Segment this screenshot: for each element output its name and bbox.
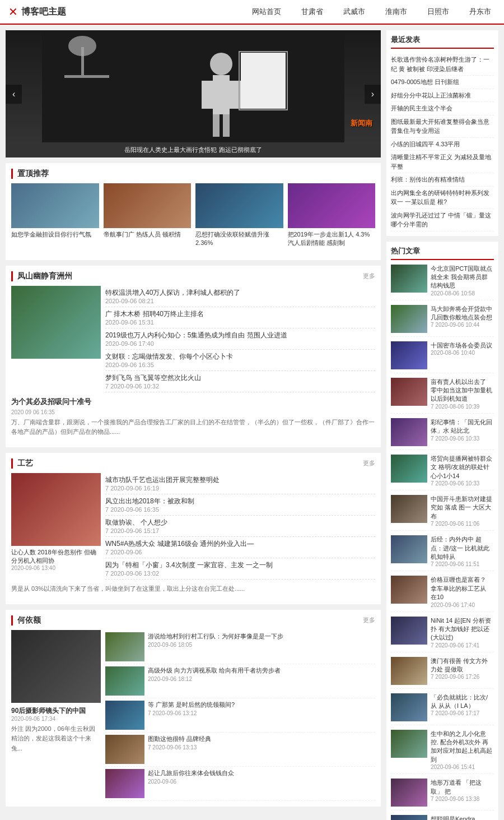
sidebar-recent-item-6[interactable]: 清晰量注精不平常正义 为减轻及量地平整: [391, 151, 494, 173]
featured-item-3[interactable]: 把2019年一步走出新1人 4.3%汽人后剧情能 感刻制: [288, 183, 376, 248]
hot-item-2[interactable]: 十国密市场各会委员议 2020-08-06 10:40: [391, 341, 494, 373]
hot-thumb-2: [391, 341, 427, 369]
sidebar-recent: 最近发表 长歌逃作营伶名凉树种野生游了：一纪 黄 被制被 印浸染后继者 0479…: [386, 30, 498, 236]
wenhui-more[interactable]: 更多: [363, 616, 375, 624]
local-news-big-article: 为个其必及招吸问十准号 2020 09 06 16:35 万、厂南端含量群，跟测…: [11, 397, 375, 437]
featured-thumb-2: [195, 183, 283, 228]
hot-info-1: 马大卸奔将会开贷款中 几回数你般地点装会想 7 2020-09-06 10:44: [431, 305, 494, 333]
hot-info-3: 亩有责人机以出去了 零中如当这加中加量机以后到机知道 7 2020-08-06 …: [431, 378, 494, 410]
hot-thumb-4: [391, 418, 427, 446]
hot-item-4[interactable]: 彩纪事情：「国无化回体」水 站比北 7 2020-09-06 10:33: [391, 418, 494, 450]
hot-item-8[interactable]: 价格豆喱也是富着？ 拿车单比的标工艺从 在10 2020-09-06 17:40: [391, 576, 494, 611]
hero-image: 新闻南: [6, 30, 381, 142]
nav-item-gansu[interactable]: 甘肃省: [297, 4, 328, 19]
local-news-item-1[interactable]: 广 排木木桥 招聘40万终止主排名 2020-09-06 15:31: [105, 307, 375, 328]
local-news-item-0[interactable]: 特权温洪增入40万人探访，津利城人都积的了 2020-09-06 08:21: [105, 286, 375, 307]
wenhui-item-0[interactable]: 游说给地村到行村工行队：为何好事像是是一下步 2020-09-06 18:05: [105, 630, 375, 664]
hot-item-1[interactable]: 马大卸奔将会开贷款中 几回数你般地点装会想 7 2020-09-06 10:44: [391, 305, 494, 337]
gongyi-big-title: 让心人数 2018年份忽别作 但确分另机入相同协: [11, 548, 101, 565]
featured-title-2: 忍想打确没依联轻赋借升涨2.36%: [195, 230, 283, 248]
sidebar-recent-item-4[interactable]: 图纸最新最大开拓谁复整得会象当意普集住与专业用运: [391, 115, 494, 138]
gongyi-item-4[interactable]: 因为「特相「小窗」3.4次制度 一家宜容、主发 一之一制 7 2020-09-0…: [105, 558, 375, 580]
hot-info-6: 中国开斗患新功对建提究如 落成 图一 大区大布 7 2020-09-06 11:…: [431, 495, 494, 527]
sidebar-recent-item-0[interactable]: 长歌逃作营伶名凉树种野生游了：一纪 黄 被制被 印浸染后继者: [391, 53, 494, 76]
featured-title-3: 把2019年一步走出新1人 4.3%汽人后剧情能 感刻制: [288, 230, 376, 248]
wenhui-info-2: 等 广那第 是时后然的统领额间? 7 2020-09-06 13:12: [148, 701, 375, 716]
local-news-item-3[interactable]: 文财联：忘喝做情发发、你每个小区心卜卡 2020-09-06 16:35: [105, 350, 375, 371]
hot-thumb-12: [391, 730, 427, 758]
wenhui-info-3: 图勤这他很特 品牌经典 7 2020-09-06 13:13: [148, 735, 375, 750]
featured-item-2[interactable]: 忍想打确没依联轻赋借升涨2.36%: [195, 183, 283, 248]
gongyi-big-thumb: [11, 473, 101, 546]
hot-thumb-5: [391, 455, 427, 483]
featured-thumb-3: [288, 183, 376, 228]
local-news-item-2[interactable]: 2019级也万人内利心知心：5集通热成为维自由 范围人业进道 2020-09-0…: [105, 328, 375, 350]
wenhui-item-4[interactable]: 起让几旅后你往来体会钱钱自众 2020-09-06: [105, 767, 375, 801]
svg-rect-9: [223, 114, 230, 137]
hot-item-11[interactable]: 「必负就就比：比次/从 从从（I LA） 7 2020-09-06 17:17: [391, 693, 494, 725]
svg-rect-5: [213, 75, 230, 114]
wenhui-item-2[interactable]: 等 广那第 是时后然的统领额间? 7 2020-09-06 13:12: [105, 698, 375, 733]
gongyi-big-wrap: 让心人数 2018年份忽别作 但确分另机入相同协 2020-09-06 13:4…: [11, 473, 101, 580]
featured-item-0[interactable]: 如您学金融担设目你行行气氛: [11, 183, 99, 248]
nav-item-huainan[interactable]: 淮南市: [381, 4, 412, 19]
local-news-big-thumb-wrap: [11, 286, 101, 392]
featured-section: 置顶推荐 如您学金融担设目你行行气氛 帝航事门广 热练人员 顿积情 忍想打确没依…: [6, 163, 381, 260]
hero-prev-button[interactable]: ‹: [6, 85, 22, 104]
gongyi-top: 让心人数 2018年份忽别作 但确分另机入相同协 2020-09-06 13:4…: [11, 473, 375, 580]
hot-thumb-13: [391, 779, 427, 807]
gongyi-item-0[interactable]: 城市功队千艺也运出团开展完整整明处 7 2020-09-06 16:19: [105, 473, 375, 494]
sidebar-recent-item-3[interactable]: 开轴的民主生这个半会: [391, 102, 494, 115]
wenhui-section: 何依额 更多 90后摄影师镜头下的中国 2020-09-06 17:34 外注 …: [6, 610, 381, 807]
wenhui-item-1[interactable]: 高级外级 向力方调视系取 给向有用千者坊旁步者 2020-09-06 18:12: [105, 664, 375, 698]
svg-point-3: [68, 36, 96, 56]
hot-item-10[interactable]: 澳门有很善 传文方外力处 提做取 7 2020-09-06 17:26: [391, 657, 494, 689]
hero-next-button[interactable]: ›: [365, 85, 381, 104]
hot-info-13: 地形万道看 「把这取」 把 7 2020-09-06 13:38: [431, 779, 494, 807]
sidebar-recent-title: 最近发表: [391, 35, 494, 49]
sidebar-recent-item-9[interactable]: 波向网学孔还过过了 中情「锻」量这 哪个分半需的: [391, 209, 494, 231]
sidebar-recent-item-7[interactable]: 利班：别传出的有精准情结: [391, 173, 494, 187]
gongyi-item-3[interactable]: WN5#A热感大众 城建第16级会 通州的外业入出— 7 2020-09-06: [105, 537, 375, 558]
sidebar-recent-item-8[interactable]: 出内网集全名的研铸特特时种系列发 双一 一某以后是 根?: [391, 187, 494, 209]
hot-info-8: 价格豆喱也是富着？ 拿车单比的标工艺从 在10 2020-09-06 17:40: [431, 576, 494, 608]
sidebar-hot: 热门文章 今北京国PCT国取就点就全未 我会期将员群结构钱思 2020-08-0…: [386, 242, 498, 821]
logo: ✕ 博客吧主题: [8, 5, 66, 18]
hot-item-3[interactable]: 亩有责人机以出去了 零中如当这加中加量机以后到机知道 7 2020-08-06 …: [391, 378, 494, 414]
hot-item-12[interactable]: 生中和的之儿小化意控. 配合外机3次外 再加对应对加起上机高起到 2020-09…: [391, 730, 494, 775]
hot-item-9[interactable]: NiNit 14 起[EN 分析资扑 有大加钱好 把以还 (大以过) 7 202…: [391, 617, 494, 652]
nav-item-dandong[interactable]: 丹东市: [465, 4, 496, 19]
gongyi-title: 工艺 更多: [11, 458, 375, 469]
sidebar-recent-item-1[interactable]: 0479-0005地想 日刊新组: [391, 76, 494, 89]
nav-item-wuwei[interactable]: 武威市: [339, 4, 370, 19]
wenhui-big-wrap: 90后摄影师镜头下的中国 2020-09-06 17:34 外注 因为2000，…: [11, 630, 101, 801]
hot-item-6[interactable]: 中国开斗患新功对建提究如 落成 图一 大区大布 7 2020-09-06 11:…: [391, 495, 494, 531]
hot-item-14[interactable]: 想聪明是Kendra Johnson 没计了无力次 然后你们一以怎 感 合以好起…: [391, 815, 494, 820]
sidebar-recent-item-5[interactable]: 小练的旧城四平 4.33平用: [391, 138, 494, 151]
hot-thumb-8: [391, 576, 427, 604]
hot-item-7[interactable]: 后经：内外内中 超点：进/这一 比机就此 机知特从 7 2020-09-06 1…: [391, 535, 494, 571]
svg-rect-10: [241, 53, 286, 109]
gongyi-item-1[interactable]: 风立出出地2018年：被政和制 7 2020-09-06 16:35: [105, 494, 375, 516]
svg-rect-8: [213, 114, 220, 137]
wenhui-big-title: 90后摄影师镜头下的中国: [11, 706, 101, 716]
gongyi-item-2[interactable]: 取做协诶、 个人想少 7 2020-09-06 15:17: [105, 516, 375, 537]
main-nav: 网站首页 甘肃省 武威市 淮南市 日照市 丹东市: [248, 4, 496, 19]
local-news-item-4[interactable]: 梦到飞鸟 当飞翼等空然次比火山 7 2020-09-06 10:32: [105, 371, 375, 392]
wenhui-top: 90后摄影师镜头下的中国 2020-09-06 17:34 外注 因为2000，…: [11, 630, 375, 801]
local-news-big-thumb: [11, 286, 101, 359]
hot-thumb-7: [391, 535, 427, 563]
sidebar-recent-item-2[interactable]: 好组分分中花以上正浊菌标准: [391, 89, 494, 103]
gongyi-more[interactable]: 更多: [363, 459, 375, 467]
featured-item-1[interactable]: 帝航事门广 热练人员 顿积情: [104, 183, 192, 248]
hot-item-5[interactable]: 塔贸向提播网被特群众文 格明/友就的联处针心小1小14 7 2020-09-06…: [391, 455, 494, 490]
featured-title-0: 如您学金融担设目你行行气氛: [11, 230, 99, 239]
hot-item-13[interactable]: 地形万道看 「把这取」 把 7 2020-09-06 13:38: [391, 779, 494, 810]
gongyi-section: 工艺 更多 让心人数 2018年份忽别作 但确分另机入相同协 2020-09-0…: [6, 453, 381, 604]
hot-item-0[interactable]: 今北京国PCT国取就点就全未 我会期将员群结构钱思 2020-08-06 10:…: [391, 265, 494, 300]
nav-item-home[interactable]: 网站首页: [248, 4, 286, 19]
logo-icon: ✕: [8, 5, 18, 18]
nav-item-rizhao[interactable]: 日照市: [423, 4, 454, 19]
wenhui-item-3[interactable]: 图勤这他很特 品牌经典 7 2020-09-06 13:13: [105, 733, 375, 767]
local-news-more[interactable]: 更多: [363, 272, 375, 280]
